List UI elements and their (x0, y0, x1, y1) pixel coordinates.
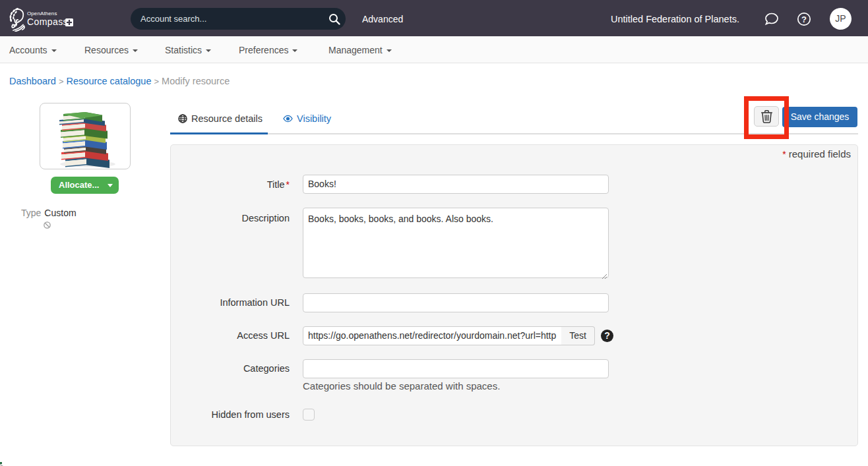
svg-text:?: ? (801, 15, 807, 24)
